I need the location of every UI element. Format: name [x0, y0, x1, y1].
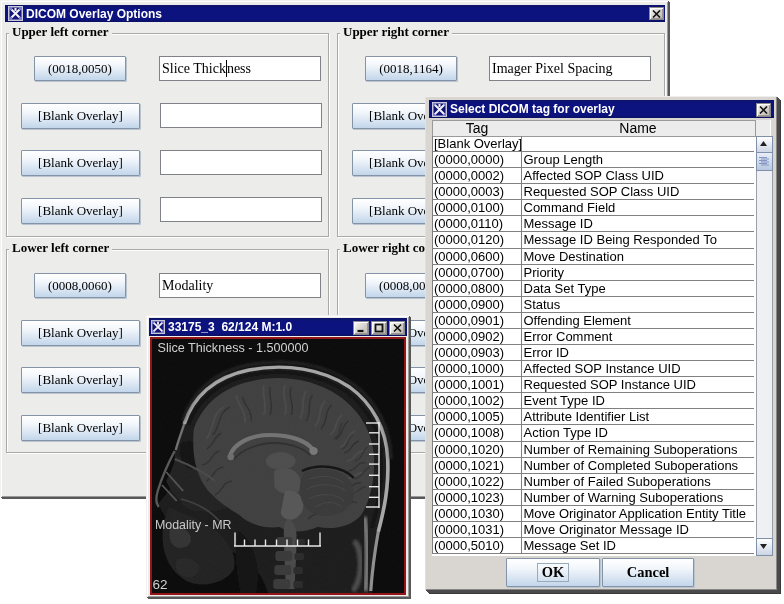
svg-text:62: 62: [153, 577, 168, 592]
svg-text:Slice Thickness - 1.500000: Slice Thickness - 1.500000: [158, 341, 309, 355]
svg-text:Modality - MR: Modality - MR: [155, 518, 231, 532]
